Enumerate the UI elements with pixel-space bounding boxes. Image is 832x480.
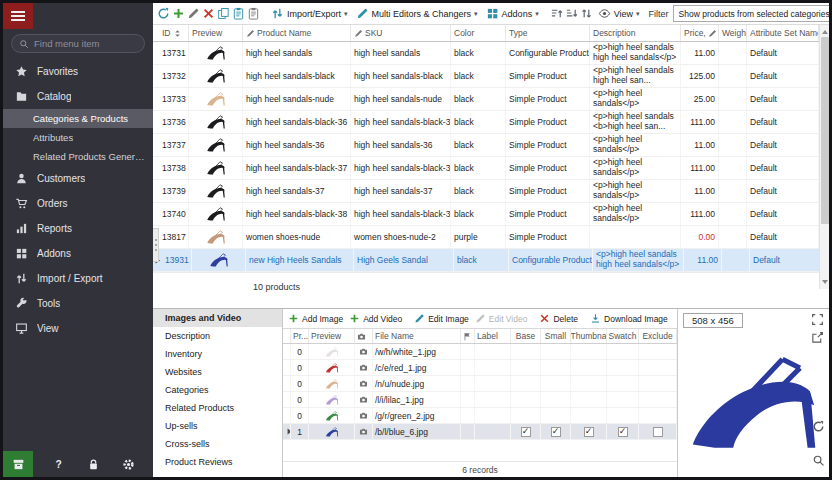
- column-header-swatch[interactable]: Swatch: [607, 329, 639, 343]
- vertical-scrollbar[interactable]: [819, 25, 829, 289]
- refresh-button[interactable]: [157, 5, 170, 23]
- product-row-13731[interactable]: 13731high heel sandalshigh heel sandalsb…: [153, 42, 819, 65]
- tab-websites[interactable]: Websites: [153, 363, 282, 381]
- tab-categories[interactable]: Categories: [153, 381, 282, 399]
- category-filter-select[interactable]: Show products from selected categories▾: [673, 5, 832, 22]
- checkbox-unchecked[interactable]: [653, 427, 663, 437]
- lock-button[interactable]: [83, 451, 103, 477]
- download-image-button[interactable]: Download Image: [588, 313, 670, 324]
- cell-preview: [189, 42, 243, 64]
- column-header-type[interactable]: Type: [506, 25, 590, 41]
- image-row-l-i-lilac-1-jpg[interactable]: 0/l/i/lilac_1.jpg: [283, 392, 677, 408]
- product-row-13817[interactable]: 13817women shoes-nudewomen shoes-nude-2p…: [153, 226, 819, 249]
- import-export-menu[interactable]: Import/Export▾: [268, 5, 351, 23]
- column-header-label[interactable]: Label: [475, 329, 511, 343]
- tab-up-sells[interactable]: Up-sells: [153, 417, 282, 435]
- checkbox-checked[interactable]: ✓: [551, 427, 561, 437]
- tab-inventory[interactable]: Inventory: [153, 345, 282, 363]
- sidebar-item-customers[interactable]: Customers: [3, 166, 153, 191]
- sort-descending-button[interactable]: [565, 5, 578, 23]
- column-header-weight[interactable]: Weight: [719, 25, 747, 41]
- search-input[interactable]: [34, 38, 137, 49]
- column-header-thumbna[interactable]: Thumbna: [571, 329, 607, 343]
- settings-button[interactable]: [118, 451, 138, 477]
- scrollbar-thumb[interactable]: [821, 37, 829, 224]
- sidebar-item-attributes[interactable]: Attributes: [3, 128, 153, 147]
- sort-ascending-button[interactable]: [550, 5, 563, 23]
- column-header-preview[interactable]: Preview: [189, 25, 243, 41]
- clipboard-button[interactable]: [247, 5, 260, 23]
- scroll-down-icon[interactable]: [822, 280, 828, 287]
- tab-related-products[interactable]: Related Products: [153, 399, 282, 417]
- column-header-flag[interactable]: [461, 329, 475, 343]
- scroll-up-icon[interactable]: [822, 27, 828, 34]
- sidebar-item-orders[interactable]: Orders: [3, 191, 153, 216]
- panel-splitter[interactable]: [153, 228, 159, 262]
- add-image-button[interactable]: Add Image: [286, 313, 345, 324]
- column-header-product-name[interactable]: Product Name: [243, 25, 351, 41]
- column-header-base[interactable]: Base: [511, 329, 541, 343]
- sidebar-item-favorites[interactable]: Favorites: [3, 59, 153, 84]
- paste-button[interactable]: [232, 5, 245, 23]
- column-header-id[interactable]: ID: [159, 25, 189, 41]
- sidebar-item-import-export[interactable]: Import / Export: [3, 266, 153, 291]
- tab-cross-sells[interactable]: Cross-sells: [153, 435, 282, 453]
- image-row-w-h-white-1-jpg[interactable]: 0/w/h/white_1.jpg: [283, 344, 677, 360]
- help-button[interactable]: ?: [48, 451, 68, 477]
- sidebar-item-categories-products[interactable]: Categories & Products: [3, 109, 153, 128]
- delete-product-button[interactable]: [202, 5, 215, 23]
- product-row-13733[interactable]: 13733high heel sandals-nudehigh heel san…: [153, 88, 819, 111]
- product-row-13739[interactable]: 13739high heel sandals-37high heel sanda…: [153, 180, 819, 203]
- tab-images-and-video[interactable]: Images and Video: [153, 309, 282, 327]
- tab-description[interactable]: Description: [153, 327, 282, 345]
- column-header-camera[interactable]: [355, 329, 373, 343]
- checkbox-checked[interactable]: ✓: [521, 427, 531, 437]
- sidebar-item-view[interactable]: View: [3, 316, 153, 341]
- image-row-g-r-green-2-jpg[interactable]: 0/g/r/green_2.jpg: [283, 408, 677, 424]
- column-header-description[interactable]: Description: [590, 25, 681, 41]
- column-header-exclude[interactable]: Exclude: [639, 329, 677, 343]
- image-row-b-l-blue-6-jpg[interactable]: 1/b/l/blue_6.jpg✓✓✓✓: [283, 424, 677, 440]
- sidebar-item-related-products-generator[interactable]: Related Products Generator: [3, 147, 153, 166]
- column-header-price[interactable]: Price,: [681, 25, 719, 41]
- tab-product-reviews[interactable]: Product Reviews: [153, 453, 282, 471]
- column-header-file-name[interactable]: File Name: [373, 329, 461, 343]
- multi-editors-changers-menu[interactable]: Multi Editors & Changers▾: [353, 5, 481, 23]
- image-row-n-u-nude-jpg[interactable]: 0/n/u/nude.jpg: [283, 376, 677, 392]
- sidebar-item-reports[interactable]: Reports: [3, 216, 153, 241]
- delete-button[interactable]: Delete: [537, 313, 580, 324]
- sidebar-item-tools[interactable]: Tools: [3, 291, 153, 316]
- zoom-icon[interactable]: [812, 454, 825, 467]
- column-header-color[interactable]: Color: [451, 25, 506, 41]
- hamburger-menu-button[interactable]: [3, 3, 33, 29]
- product-row-13740[interactable]: 13740high heel sandals-black-38high heel…: [153, 203, 819, 226]
- add-video-button[interactable]: Add Video: [347, 313, 404, 324]
- image-row-c-e-red-1-jpg[interactable]: 0/c/e/red_1.jpg: [283, 360, 677, 376]
- sidebar-search[interactable]: [11, 34, 145, 53]
- column-header-small[interactable]: Small: [541, 329, 571, 343]
- product-row-13738[interactable]: 13738high heel sandals-black-37high heel…: [153, 157, 819, 180]
- store-button[interactable]: [3, 451, 33, 477]
- product-row-13931[interactable]: 13931new High Heels SandalsHigh Geels Sa…: [153, 249, 819, 272]
- product-row-13737[interactable]: 13737high heel sandals-36high heel sanda…: [153, 134, 819, 157]
- cell-weight: [719, 226, 747, 248]
- edit-image-button[interactable]: Edit Image: [412, 313, 471, 324]
- addons-menu[interactable]: Addons▾: [483, 5, 542, 23]
- checkbox-checked[interactable]: ✓: [618, 427, 628, 437]
- column-header-pr[interactable]: Pr...: [291, 329, 309, 343]
- checkbox-checked[interactable]: ✓: [584, 427, 594, 437]
- product-row-13736[interactable]: 13736high heel sandals-black-36high heel…: [153, 111, 819, 134]
- column-header-sku[interactable]: SKU: [351, 25, 451, 41]
- sort-clear-button[interactable]: [580, 5, 593, 23]
- product-row-13732[interactable]: 13732high heel sandals-blackhigh heel sa…: [153, 65, 819, 88]
- edit-product-button[interactable]: [187, 5, 200, 23]
- rotate-icon[interactable]: [812, 420, 825, 433]
- add-product-button[interactable]: [172, 5, 185, 23]
- sidebar-item-addons[interactable]: Addons: [3, 241, 153, 266]
- column-header-preview[interactable]: Preview: [309, 329, 355, 343]
- fullscreen-icon[interactable]: [811, 313, 824, 326]
- view-menu[interactable]: View▾: [595, 5, 643, 23]
- column-header-attribute-set-name[interactable]: Attribute Set Name: [747, 25, 819, 41]
- sidebar-item-catalog[interactable]: Catalog: [3, 84, 153, 109]
- copy-button[interactable]: [217, 5, 230, 23]
